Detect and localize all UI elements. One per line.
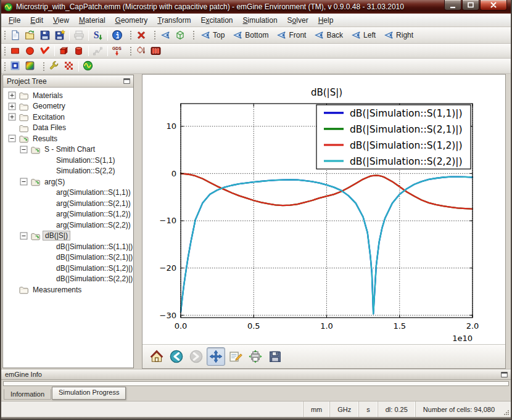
- add-discrete-port-button[interactable]: [149, 44, 163, 58]
- menu-solver[interactable]: Solver: [283, 15, 313, 26]
- new-file-button[interactable]: [8, 28, 23, 42]
- menu-simulation[interactable]: Simulation: [238, 15, 283, 26]
- view-top-button[interactable]: Top: [197, 28, 229, 42]
- expander-minus-icon[interactable]: [20, 146, 28, 154]
- save-figure-button[interactable]: [266, 347, 284, 366]
- toolbar-grip[interactable]: [3, 30, 6, 41]
- tree-item-label[interactable]: Simulation::S(2,2): [54, 167, 117, 175]
- draw-cylinder-button[interactable]: [72, 44, 86, 58]
- resize-grip[interactable]: [502, 401, 511, 417]
- add-port-button[interactable]: [134, 44, 149, 58]
- tree-item-label[interactable]: dB(|S|): [43, 231, 70, 241]
- tree-item-simulation-s-2-2[interactable]: Simulation::S(2,2): [3, 166, 133, 177]
- tree-item-label[interactable]: Data Files: [31, 123, 68, 132]
- tree-item-label[interactable]: dB(|Simulation::S(1,1)|): [54, 242, 133, 251]
- expander-minus-icon[interactable]: [20, 178, 28, 186]
- toolbar-grip[interactable]: [153, 30, 156, 41]
- tree-item-excitation[interactable]: Excitation: [3, 112, 133, 123]
- tree-item-label[interactable]: dB(|Simulation::S(2,2)|): [54, 274, 133, 283]
- tree-item-label[interactable]: dB(|Simulation::S(1,2)|): [54, 264, 133, 273]
- import-gds-button[interactable]: GDS: [110, 44, 125, 58]
- tree-item-label[interactable]: Results: [31, 134, 59, 143]
- close-button[interactable]: [480, 0, 507, 10]
- draw-box-button[interactable]: [57, 44, 72, 58]
- tree-item-label[interactable]: Simulation::S(1,1): [54, 156, 117, 165]
- tree-item-arg-simulation-s-2-2[interactable]: arg(Simulation::S(2,2)): [3, 220, 133, 231]
- menu-geometry[interactable]: Geometry: [110, 15, 153, 26]
- pan-button[interactable]: [207, 347, 225, 366]
- save-button[interactable]: [38, 28, 52, 42]
- menu-help[interactable]: Help: [313, 15, 339, 26]
- view-left-button[interactable]: Left: [347, 28, 380, 42]
- tree-item-db-simulation-s-2-1[interactable]: dB(|Simulation::S(2,1)|): [3, 252, 133, 263]
- view-right-button[interactable]: Right: [380, 28, 418, 42]
- tree-item-simulation-s-1-1[interactable]: Simulation::S(1,1): [3, 155, 133, 166]
- maximize-button[interactable]: [462, 0, 479, 10]
- tree-item-s-smith-chart[interactable]: S - Smith Chart: [3, 144, 133, 155]
- tree-item-db-simulation-s-1-2[interactable]: dB(|Simulation::S(1,2)|): [3, 263, 133, 274]
- toolbar-grip[interactable]: [3, 46, 6, 56]
- float-panel-icon[interactable]: [500, 371, 508, 379]
- tree-item-db-simulation-s-2-2[interactable]: dB(|Simulation::S(2,2)|): [3, 274, 133, 285]
- menu-edit[interactable]: Edit: [25, 15, 48, 26]
- material-box-button[interactable]: [23, 59, 38, 73]
- draw-arc-button[interactable]: [38, 44, 52, 58]
- float-panel-icon[interactable]: [123, 77, 131, 85]
- menu-material[interactable]: Material: [74, 15, 110, 26]
- tree-item-geometry[interactable]: Geometry: [3, 101, 133, 112]
- toolbar-grip[interactable]: [129, 30, 132, 41]
- tree-item-label[interactable]: Geometry: [31, 102, 67, 110]
- delete-button[interactable]: [134, 28, 149, 42]
- view-button[interactable]: [158, 28, 173, 42]
- home-button[interactable]: [147, 347, 166, 366]
- tree-item-arg-s[interactable]: arg(S): [3, 176, 133, 187]
- save-as-button[interactable]: [52, 28, 67, 42]
- view-front-button[interactable]: Front: [273, 28, 310, 42]
- chart-canvas[interactable]: 0.00.51.01.52.0100−10−20−301e10dB(|S|)dB…: [142, 75, 505, 344]
- expander-minus-icon[interactable]: [20, 232, 28, 240]
- expander-plus-icon[interactable]: [8, 102, 16, 110]
- open-file-button[interactable]: [23, 28, 38, 42]
- toolbar-grip[interactable]: [3, 61, 6, 72]
- view-back-button[interactable]: Back: [310, 28, 347, 42]
- tree-item-arg-simulation-s-2-1[interactable]: arg(Simulation::S(2,1)): [3, 198, 133, 209]
- view-bottom-button[interactable]: Bottom: [229, 28, 273, 42]
- export-s-params-button[interactable]: S: [91, 28, 105, 42]
- menu-excitation[interactable]: Excitation: [196, 15, 238, 26]
- menu-transform[interactable]: Transform: [152, 15, 196, 26]
- menu-file[interactable]: File: [4, 15, 25, 26]
- mesh-settings-button[interactable]: [47, 59, 62, 73]
- tree-item-label[interactable]: S - Smith Chart: [43, 145, 97, 154]
- tree-item-measurements[interactable]: Measurements: [3, 284, 133, 295]
- tree-item-arg-simulation-s-1-1[interactable]: arg(Simulation::S(1,1)): [3, 187, 133, 199]
- about-button[interactable]: [110, 28, 125, 42]
- tree-item-label[interactable]: Measurements: [31, 286, 83, 294]
- configure-subplots-button[interactable]: [246, 347, 265, 366]
- tree-item-label[interactable]: arg(Simulation::S(2,2)): [54, 221, 133, 229]
- tab-information[interactable]: Information: [4, 389, 51, 400]
- tree-item-label[interactable]: dB(|Simulation::S(2,1)|): [54, 253, 133, 261]
- tree-item-arg-simulation-s-1-2[interactable]: arg(Simulation::S(1,2)): [3, 209, 133, 220]
- toolbar-grip[interactable]: [192, 30, 195, 41]
- draw-rectangle-button[interactable]: [8, 44, 23, 58]
- tree-item-label[interactable]: arg(Simulation::S(1,2)): [54, 210, 133, 218]
- tree-item-db-s[interactable]: dB(|S|): [3, 231, 133, 242]
- splitter[interactable]: [134, 74, 142, 369]
- tree-item-results[interactable]: Results: [3, 133, 133, 144]
- tree-item-data-files[interactable]: Data Files: [3, 123, 133, 134]
- tree-item-label[interactable]: arg(S): [43, 178, 67, 186]
- tree-item-label[interactable]: Materials: [31, 91, 65, 100]
- mesh-view-button[interactable]: [62, 59, 76, 73]
- draw-circle-button[interactable]: [23, 44, 38, 58]
- expander-plus-icon[interactable]: [8, 91, 16, 99]
- expander-minus-icon[interactable]: [8, 134, 16, 142]
- tree-item-label[interactable]: arg(Simulation::S(1,1)): [54, 188, 133, 197]
- toolbar-grip[interactable]: [42, 61, 45, 72]
- expander-plus-icon[interactable]: [8, 113, 16, 121]
- tree-item-label[interactable]: arg(Simulation::S(2,1)): [54, 199, 133, 208]
- toolbar-grip[interactable]: [129, 46, 132, 56]
- hollow-box-button[interactable]: [8, 59, 23, 73]
- edit-plot-button[interactable]: [226, 347, 245, 366]
- s-parameter-chart[interactable]: 0.00.51.01.52.0100−10−20−301e10dB(|S|)dB…: [142, 75, 508, 344]
- menu-view[interactable]: View: [48, 15, 74, 26]
